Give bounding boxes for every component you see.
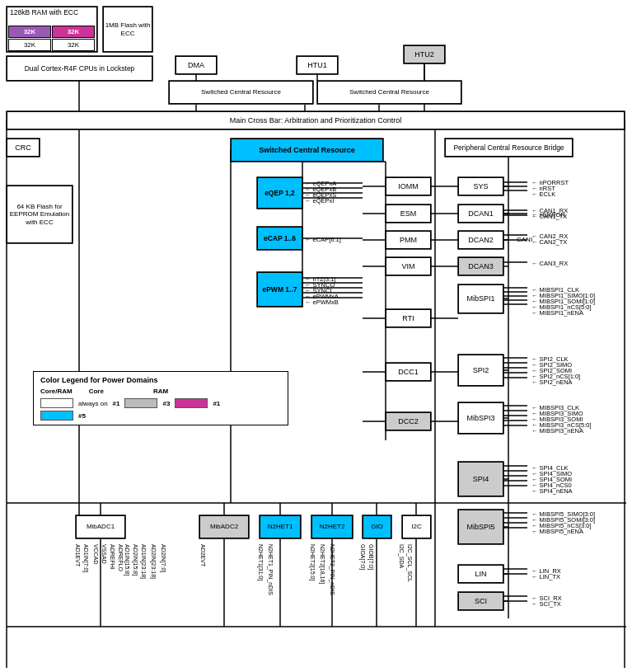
signal-n2het1-31: N2HET1[31:0] xyxy=(258,544,264,580)
dual-cpu-box: Dual Cortex-R4F CPUs in Lockstep xyxy=(7,56,152,81)
dcc1-box: DCC1 xyxy=(386,363,431,381)
signal-i2cscl: I2C_SCL_SCL xyxy=(407,544,413,582)
signal-spi4nena: ← SPI4_nENA xyxy=(531,487,573,495)
signal-n2het1-pin: N2HET1_PIN_nDIS xyxy=(268,544,274,595)
cpu-bl: 32K xyxy=(8,39,51,51)
pmm-box: PMM xyxy=(386,231,431,249)
signal-mibspi5nena: ← MIBSPI5_nENA xyxy=(531,528,583,535)
legend-swatch-cyan xyxy=(40,411,73,421)
gio-box: GIO xyxy=(363,515,391,538)
signal-can3rx: ← CAN3_RX xyxy=(531,260,568,267)
signal-ad1in: AD1IN[7:0] xyxy=(83,544,89,572)
signal-can1tx: ← CAN1_TX xyxy=(531,213,567,220)
pcr-bridge-box: Peripheral Central Resource Bridge xyxy=(445,139,573,157)
sys-box: SYS xyxy=(458,177,503,195)
eqep-box: eQEP 1,2 xyxy=(257,177,302,209)
signal-mibspi1nena: ← MIBSPI1_nENA xyxy=(531,309,583,317)
signal-spi2nena: ← SPI2_nENA xyxy=(531,378,573,386)
n2het1-box: N2HET1 xyxy=(260,515,301,538)
n2het2-box: N2HET2 xyxy=(311,515,353,538)
sci-box: SCI xyxy=(458,592,503,610)
signal-can2tx: ← CAN2_TX xyxy=(531,238,567,246)
i2c-box: I2C xyxy=(402,515,431,538)
legend-always-on: always on xyxy=(78,400,108,407)
signal-ad1evt: AD1EVT xyxy=(75,544,81,566)
signal-eqepi: ← eQEPxI xyxy=(305,197,334,204)
crossbar-box: Main Cross Bar: Arbitration and Prioriti… xyxy=(7,111,625,129)
cani-label: CANI xyxy=(517,236,532,243)
signal-n2het2-pin: N2HET2_PIN_nDIS xyxy=(330,544,335,595)
dcc2-box: DCC2 xyxy=(386,412,431,430)
block-diagram: 128kB RAM with ECC 32K 32K 32K 32K 1MB F… xyxy=(0,0,632,672)
signal-epwmxb: ← ePWMxB xyxy=(305,298,339,306)
signal-ad2in15: AD2IN[15:8] xyxy=(133,544,138,576)
dma-box: DMA xyxy=(176,56,217,74)
dcan2-box: DCAN2 xyxy=(458,231,503,249)
signal-eclk: ← ECLK xyxy=(531,190,555,198)
flash-box: 1MB Flash with ECC xyxy=(103,7,152,52)
htu2-box: HTU2 xyxy=(404,45,445,63)
htu1-box: HTU1 xyxy=(297,56,338,74)
signal-vccad: VCCAD xyxy=(93,544,99,565)
mibspi5-box: MibSPI5 xyxy=(458,510,503,544)
legend-title: Color Legend for Power Domains xyxy=(40,376,281,384)
legend-hash1a: #1 xyxy=(113,400,120,407)
scr2-box: Switched Central Resource xyxy=(317,81,461,104)
cpu-br: 32K xyxy=(52,39,95,51)
cpu-tl: 32K xyxy=(8,26,51,38)
signal-adrefhi: ADREFHI xyxy=(110,544,115,570)
legend-ram-label: RAM xyxy=(153,388,168,395)
signal-vssad: VSSAD xyxy=(101,544,107,564)
signal-gioa70: GIOA[7:0] xyxy=(360,544,366,570)
legend-hash5: #5 xyxy=(78,412,86,420)
spi2-box: SPI2 xyxy=(458,355,503,386)
scr-main-box: Switched Central Resource xyxy=(231,139,383,162)
signal-ad2in70: AD2IN[7:0] xyxy=(161,544,166,572)
legend-swatch-white xyxy=(40,398,73,408)
rti-box: RTI xyxy=(386,309,431,327)
vim-box: VIM xyxy=(386,257,431,275)
ram-label: 128kB RAM with ECC xyxy=(10,8,78,16)
signal-i2csda: I2C_SDA xyxy=(399,544,405,568)
iomm-box: IOMM xyxy=(386,177,431,195)
cpu-tr: 32K xyxy=(52,26,95,38)
crc-box: CRC xyxy=(7,139,40,157)
signal-ad1in15: AD1IN[15:8] xyxy=(124,544,130,576)
lin-box: LIN xyxy=(458,565,503,583)
dcan3-box: DCAN3 xyxy=(458,257,503,275)
signal-ad2in23: AD2IN[23:18] xyxy=(151,544,157,579)
signal-scitx: ← SCI_TX xyxy=(531,600,561,608)
signal-n2het2-15: N2HET2[15:0] xyxy=(310,544,316,580)
esm-box: ESM xyxy=(386,204,431,223)
signal-ecap: ← eCAP[6:1] xyxy=(305,236,341,243)
flash64-box: 64 KB Flash for EEPROM Emulation with EC… xyxy=(7,186,73,243)
signal-n2het2-18: N2HET2[18,16] xyxy=(320,544,325,584)
signal-giob70: GIOB[7:0] xyxy=(368,544,374,570)
legend-swatch-mauve xyxy=(175,398,208,408)
ecap-box: eCAP 1..6 xyxy=(257,227,302,250)
epwm-box: ePWM 1..7 xyxy=(257,272,302,307)
legend-box: Color Legend for Power Domains Core/RAM … xyxy=(33,371,288,425)
scr1-box: Switched Central Resource xyxy=(169,81,313,104)
legend-hash1b: #1 xyxy=(213,400,220,407)
mibadc2-box: MibADC2 xyxy=(199,515,249,538)
signal-lintx: ← LIN_TX xyxy=(531,573,560,580)
signal-ad2evt: AD2EVT xyxy=(200,544,206,566)
signal-ad1in23: AD1IN[23:18] xyxy=(141,544,147,579)
legend-core-label: Core xyxy=(89,388,104,395)
mibadc1-box: MibADC1 xyxy=(76,515,125,538)
signal-adreflo: ADREFLO xyxy=(118,544,124,571)
legend-swatch-lgray xyxy=(124,398,157,408)
legend-coreRam-label: Core/RAM xyxy=(40,388,73,395)
spi4-box: SPI4 xyxy=(458,462,503,496)
legend-hash3: #3 xyxy=(162,400,170,407)
mibspi1-box: MibSPI1 xyxy=(458,284,503,313)
mibspi3-box: MibSPI3 xyxy=(458,402,503,434)
dcan1-box: DCAN1 xyxy=(458,204,503,223)
signal-mibspi3nena: ← MIBSPI3_nENA xyxy=(531,427,583,435)
